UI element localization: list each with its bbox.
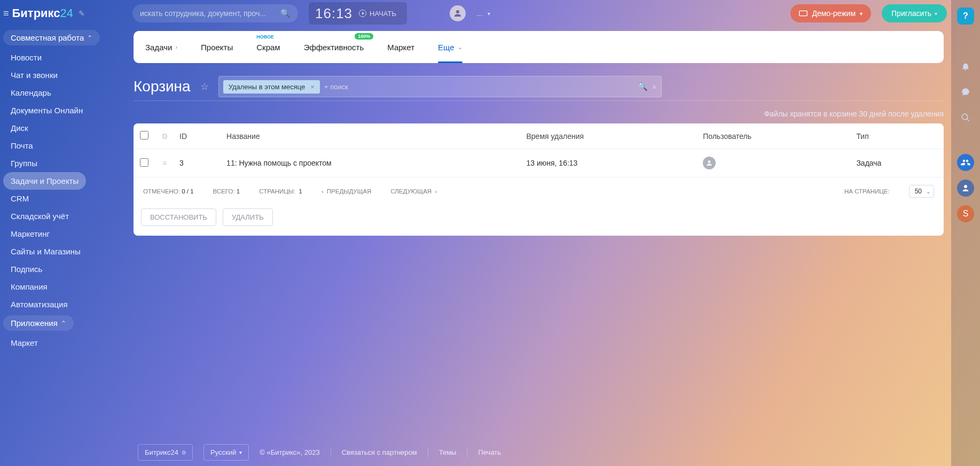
edit-icon[interactable]: ✎ xyxy=(79,9,85,18)
gear-icon[interactable]: ⚙ xyxy=(161,132,168,141)
sidebar-item-disk[interactable]: Диск xyxy=(3,119,124,137)
divider xyxy=(134,100,944,101)
tab-projects[interactable]: Проекты xyxy=(201,31,233,63)
chevron-down-icon: ▾ xyxy=(860,11,863,17)
next-page-button[interactable]: СЛЕДУЮЩАЯ › xyxy=(390,188,437,195)
time-tracker[interactable]: 16:13 НАЧАТЬ xyxy=(309,2,407,25)
start-timer-button[interactable]: НАЧАТЬ xyxy=(359,10,396,18)
team-icon[interactable] xyxy=(957,180,974,197)
chevron-up-icon: ⌃ xyxy=(61,320,66,327)
start-label: НАЧАТЬ xyxy=(370,10,396,18)
sidebar-item-groups[interactable]: Группы xyxy=(3,154,124,172)
brand-chip[interactable]: Битрикс24⊝ xyxy=(138,444,193,461)
sidebar-item-tasks[interactable]: Задачи и Проекты xyxy=(3,172,86,190)
sidebar-item-marketing[interactable]: Маркетинг xyxy=(3,225,124,243)
sidebar-group-apps[interactable]: Приложения ⌃ xyxy=(3,315,74,331)
col-id[interactable]: ID xyxy=(174,123,221,149)
sidebar-item-mail[interactable]: Почта xyxy=(3,137,124,154)
tab-more[interactable]: Еще ⌄ xyxy=(438,31,462,63)
chevron-down-icon: ▾ xyxy=(239,449,242,455)
partner-link[interactable]: Связаться с партнером xyxy=(342,448,417,456)
row-checkbox[interactable] xyxy=(140,158,148,167)
notifications-icon[interactable] xyxy=(957,58,974,75)
search-icon[interactable]: 🔍 xyxy=(638,82,648,91)
sidebar-item-calendar[interactable]: Календарь xyxy=(3,84,124,102)
logo[interactable]: Битрикс24 xyxy=(12,6,74,20)
per-page-select[interactable]: 50 ⌄ xyxy=(909,185,934,198)
chat-icon[interactable] xyxy=(957,83,974,100)
tab-tasks[interactable]: Задачи › xyxy=(145,31,177,63)
print-link[interactable]: Печать xyxy=(478,448,501,456)
page-title: Корзина xyxy=(134,78,191,95)
sidebar-item-news[interactable]: Новости xyxy=(3,49,124,66)
filter-bar[interactable]: Удалены в этом месяце × 🔍 × xyxy=(218,76,662,97)
global-search-input[interactable] xyxy=(140,9,280,18)
drag-handle-icon[interactable]: ≡ xyxy=(162,159,167,167)
logo-part2: 24 xyxy=(60,6,73,20)
chevron-up-icon: ⌃ xyxy=(87,34,92,42)
col-type[interactable]: Тип xyxy=(851,123,944,149)
global-search[interactable]: 🔍 xyxy=(132,4,298,22)
svg-rect-0 xyxy=(799,11,807,15)
demo-label: Демо-режим xyxy=(812,9,856,18)
filter-chip[interactable]: Удалены в этом месяце × xyxy=(223,80,320,94)
sidebar-item-docs[interactable]: Документы Онлайн xyxy=(3,102,124,119)
search-rail-icon[interactable] xyxy=(957,109,974,126)
tab-scrum[interactable]: НОВОЕ Скрам xyxy=(256,31,280,63)
col-name[interactable]: Название xyxy=(221,123,521,149)
tab-label: Задачи xyxy=(145,43,172,52)
sidebar-group-collab[interactable]: Совместная работа ⌃ xyxy=(3,30,100,45)
sidebar-item-company[interactable]: Компания xyxy=(3,278,124,296)
sidebar-item-chat[interactable]: Чат и звонки xyxy=(3,66,124,84)
invite-label: Пригласить xyxy=(891,9,931,18)
select-all-checkbox[interactable] xyxy=(140,131,148,139)
clock-time: 16:13 xyxy=(315,5,352,22)
sidebar-item-sign[interactable]: Подпись xyxy=(3,260,124,278)
footer: Битрикс24⊝ Русский▾ © «Битрикс», 2023 Св… xyxy=(138,444,501,461)
hamburger-icon[interactable]: ≡ xyxy=(3,8,9,19)
cell-deleted: 13 июня, 16:13 xyxy=(521,149,698,177)
tab-label: Проекты xyxy=(201,43,233,52)
remove-chip-icon[interactable]: × xyxy=(310,83,315,91)
percent-badge: 100% xyxy=(355,33,373,40)
sidebar-item-automation[interactable]: Автоматизация xyxy=(3,296,124,313)
user-avatar[interactable] xyxy=(450,5,466,21)
tab-label: Скрам xyxy=(256,43,280,52)
sidebar-item-market[interactable]: Маркет xyxy=(3,334,124,352)
prev-page-button[interactable]: ‹ ПРЕДЫДУЩАЯ xyxy=(322,188,371,195)
filter-chip-label: Удалены в этом месяце xyxy=(229,83,305,91)
restore-button[interactable]: ВОССТАНОВИТЬ xyxy=(141,208,216,226)
favorite-icon[interactable]: ☆ xyxy=(200,81,209,92)
search-icon[interactable]: 🔍 xyxy=(280,9,291,18)
tab-label: Маркет xyxy=(387,43,414,52)
pager: ОТМЕЧЕНО: 0 / 1 ВСЕГО: 1 СТРАНИЦЫ: 1 ‹ П… xyxy=(134,177,944,208)
user-avatar-icon[interactable] xyxy=(703,157,716,169)
tab-label: Эффективность xyxy=(304,43,364,52)
copyright: © «Битрикс», 2023 xyxy=(260,448,319,456)
tab-efficiency[interactable]: 100% Эффективность xyxy=(304,31,364,63)
col-user[interactable]: Пользователь xyxy=(697,123,851,149)
delete-button[interactable]: УДАЛИТЬ xyxy=(223,208,273,226)
sidebar-item-crm[interactable]: CRM xyxy=(3,190,124,207)
filter-input[interactable] xyxy=(324,83,633,91)
cell-id: 3 xyxy=(174,149,221,177)
cell-name: 11: Нужна помощь с проектом xyxy=(221,149,521,177)
tab-market[interactable]: Маркет xyxy=(387,31,414,63)
clear-filter-icon[interactable]: × xyxy=(652,82,657,91)
sidebar-item-inventory[interactable]: Складской учёт xyxy=(3,207,124,225)
trash-table: ⚙ ID Название Время удаления Пользовател… xyxy=(134,123,944,177)
demo-mode-button[interactable]: Демо-режим ▾ xyxy=(790,4,871,22)
help-button[interactable]: ? xyxy=(957,7,974,25)
table-row[interactable]: ≡ 3 11: Нужна помощь с проектом 13 июня,… xyxy=(134,149,944,177)
contacts-icon[interactable] xyxy=(957,154,974,171)
sidebar-group-label: Совместная работа xyxy=(11,33,84,42)
new-badge: НОВОЕ xyxy=(256,34,274,40)
sidebar: Совместная работа ⌃ Новости Чат и звонки… xyxy=(0,27,128,466)
themes-link[interactable]: Темы xyxy=(439,448,457,456)
user-status-menu[interactable]: ... ▾ xyxy=(476,10,490,18)
profile-initial[interactable]: S xyxy=(957,205,974,222)
sidebar-item-sites[interactable]: Сайты и Магазины xyxy=(3,243,124,260)
col-deleted[interactable]: Время удаления xyxy=(521,123,698,149)
invite-button[interactable]: Пригласить ▾ xyxy=(882,4,947,22)
language-select[interactable]: Русский▾ xyxy=(203,444,249,461)
